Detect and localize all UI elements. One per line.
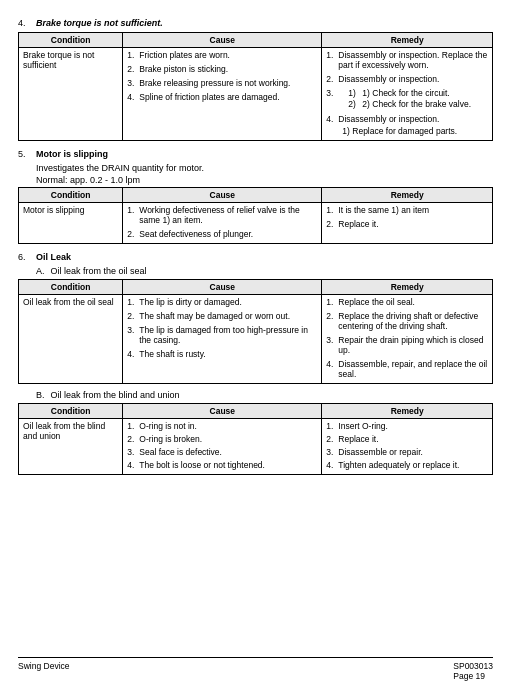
section-6-title: Oil Leak (36, 252, 71, 262)
cause-text: The lip is dirty or damaged. (139, 297, 242, 307)
cause-cell: 1.Working defectiveness of relief valve … (123, 203, 322, 244)
remedy-text: Replace the driving shaft or defective c… (338, 311, 488, 331)
remedy-text: Repair the drain piping which is closed … (338, 335, 488, 355)
remedy-text: Disassemble, repair, and replace the oil… (338, 359, 488, 379)
section-5-header: 5. Motor is slipping (18, 149, 493, 159)
table-row: Brake torque is not sufficient 1.Frictio… (19, 48, 493, 141)
footer-doc-name: Swing Device (18, 661, 70, 681)
remedy-text: Disassembly or inspection. Replace the p… (338, 50, 488, 70)
page-footer: Swing Device SP003013 Page 19 (18, 657, 493, 681)
cause-text: The shaft may be damaged or worn out. (139, 311, 290, 321)
section-4-title: Brake torque is not sufficient. (36, 18, 163, 28)
remedy-cell: 1.Replace the oil seal. 2.Replace the dr… (322, 295, 493, 384)
section-5-desc: Investigates the DRAIN quantity for moto… (36, 163, 493, 173)
cause-text: The lip is damaged from too high-pressur… (139, 325, 317, 345)
section-6b-table: Condition Cause Remedy Oil leak from the… (18, 403, 493, 475)
remedy-text: Replace the oil seal. (338, 297, 415, 307)
section-4-header: 4. Brake torque is not sufficient. (18, 18, 493, 28)
section-5-num: 5. (18, 149, 32, 159)
section-6a-letter: A. (36, 266, 45, 276)
condition-cell: Oil leak from the blind and union (19, 419, 123, 475)
col-header-remedy: Remedy (322, 188, 493, 203)
cause-cell: 1.O-ring is not in. 2.O-ring is broken. … (123, 419, 322, 475)
cause-text: Brake releasing pressure is not working. (139, 78, 290, 88)
section-5-table: Condition Cause Remedy Motor is slipping… (18, 187, 493, 244)
section-4-table: Condition Cause Remedy Brake torque is n… (18, 32, 493, 141)
cause-text: The bolt is loose or not tightened. (139, 460, 265, 470)
remedy-text: Disassembly or inspection. (338, 74, 439, 84)
section-6a-table: Condition Cause Remedy Oil leak from the… (18, 279, 493, 384)
section-6-header: 6. Oil Leak (18, 252, 493, 262)
cause-text: O-ring is broken. (139, 434, 202, 444)
footer-doc-id: SP003013 (453, 661, 493, 671)
remedy-text: Tighten adequately or replace it. (338, 460, 459, 470)
remedy-text: 1) Replace for damaged parts. (342, 126, 457, 136)
section-5-desc2: Normal: app. 0.2 - 1.0 lpm (36, 175, 493, 185)
col-header-remedy: Remedy (322, 33, 493, 48)
cause-text: O-ring is not in. (139, 421, 197, 431)
condition-cell: Oil leak from the oil seal (19, 295, 123, 384)
condition-cell: Motor is slipping (19, 203, 123, 244)
remedy-cell: 1.Disassembly or inspection. Replace the… (322, 48, 493, 141)
cause-text: Friction plates are worn. (139, 50, 230, 60)
col-header-condition: Condition (19, 280, 123, 295)
remedy-cell: 1.Insert O-ring. 2.Replace it. 3.Disasse… (322, 419, 493, 475)
cause-text: Seal face is defective. (139, 447, 222, 457)
col-header-condition: Condition (19, 188, 123, 203)
col-header-cause: Cause (123, 404, 322, 419)
col-header-cause: Cause (123, 33, 322, 48)
table-row: Oil leak from the oil seal 1.The lip is … (19, 295, 493, 384)
col-header-remedy: Remedy (322, 404, 493, 419)
cause-text: Working defectiveness of relief valve is… (139, 205, 317, 225)
cause-text: Brake piston is sticking. (139, 64, 228, 74)
section-4-num: 4. (18, 18, 32, 28)
col-header-cause: Cause (123, 188, 322, 203)
condition-cell: Brake torque is not sufficient (19, 48, 123, 141)
remedy-text: Replace it. (338, 434, 378, 444)
cause-cell: 1.The lip is dirty or damaged. 2.The sha… (123, 295, 322, 384)
cause-text: Spline of friction plates are damaged. (139, 92, 279, 102)
footer-page-info: SP003013 Page 19 (453, 661, 493, 681)
section-6b-title: Oil leak from the blind and union (51, 390, 180, 400)
cause-text: Seat defectiveness of plunger. (139, 229, 253, 239)
section-6-num: 6. (18, 252, 32, 262)
remedy-text: Replace it. (338, 219, 378, 229)
section-6b-header: B. Oil leak from the blind and union (36, 390, 493, 400)
remedy-text: It is the same 1) an item (338, 205, 429, 215)
section-6a-title: Oil leak from the oil seal (51, 266, 147, 276)
remedy-text: Insert O-ring. (338, 421, 388, 431)
remedy-cell: 1.It is the same 1) an item 2.Replace it… (322, 203, 493, 244)
col-header-cause: Cause (123, 280, 322, 295)
col-header-condition: Condition (19, 33, 123, 48)
remedy-text: Disassemble or repair. (338, 447, 423, 457)
cause-cell: 1.Friction plates are worn. 2.Brake pist… (123, 48, 322, 141)
remedy-text: 1)1) Check for the circuit. 2)2) Check f… (338, 88, 471, 110)
section-6b-letter: B. (36, 390, 45, 400)
remedy-text: Disassembly or inspection. (338, 114, 439, 124)
cause-text: The shaft is rusty. (139, 349, 205, 359)
section-6a-header: A. Oil leak from the oil seal (36, 266, 493, 276)
table-row: Motor is slipping 1.Working defectivenes… (19, 203, 493, 244)
col-header-condition: Condition (19, 404, 123, 419)
col-header-remedy: Remedy (322, 280, 493, 295)
table-row: Oil leak from the blind and union 1.O-ri… (19, 419, 493, 475)
footer-page-num: Page 19 (453, 671, 485, 681)
section-5-title: Motor is slipping (36, 149, 108, 159)
